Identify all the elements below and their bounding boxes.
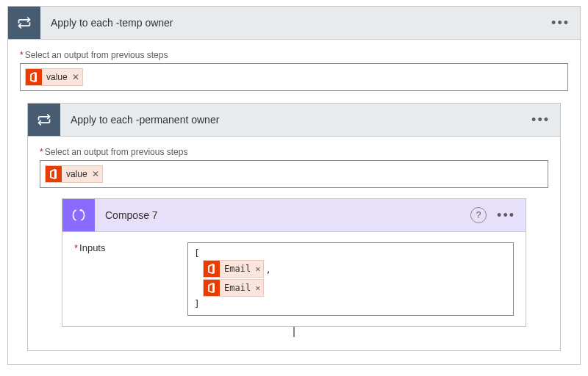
- token-label: Email: [224, 283, 251, 293]
- remove-token-icon[interactable]: ✕: [255, 264, 260, 274]
- office-icon: [204, 261, 220, 277]
- outer-body: Select an output from previous steps val…: [8, 40, 580, 364]
- loop-icon: [8, 7, 40, 39]
- office-icon: [204, 280, 220, 296]
- inputs-label: Inputs: [74, 242, 177, 316]
- apply-to-each-inner: Apply to each -permanent owner ••• Selec…: [27, 103, 561, 351]
- compose-menu-button[interactable]: •••: [494, 208, 518, 223]
- token-label: Email: [224, 264, 251, 274]
- token-label: value: [66, 169, 87, 179]
- inner-menu-button[interactable]: •••: [528, 112, 553, 128]
- outer-menu-button[interactable]: •••: [548, 15, 573, 31]
- compose-icon: [62, 199, 95, 231]
- email-token-1[interactable]: Email ✕: [203, 260, 264, 278]
- compose-header[interactable]: Compose 7 ? •••: [62, 199, 526, 232]
- inner-body: Select an output from previous steps val…: [28, 137, 560, 350]
- outer-header[interactable]: Apply to each -temp owner •••: [8, 7, 580, 40]
- office-icon: [26, 69, 42, 85]
- bracket-close: ]: [194, 298, 507, 309]
- inner-token[interactable]: value ✕: [45, 165, 103, 183]
- connector-line: [40, 327, 548, 337]
- compose-action: Compose 7 ? ••• Inputs [: [62, 198, 526, 327]
- apply-to-each-outer: Apply to each -temp owner ••• Select an …: [7, 6, 581, 365]
- compose-title: Compose 7: [95, 209, 470, 221]
- token-label: value: [46, 72, 68, 82]
- office-icon: [46, 166, 62, 182]
- inner-token-input[interactable]: value ✕: [40, 160, 548, 188]
- remove-token-icon[interactable]: ✕: [255, 283, 260, 293]
- inner-header[interactable]: Apply to each -permanent owner •••: [28, 104, 560, 137]
- email-token-2[interactable]: Email ✕: [203, 279, 264, 297]
- inputs-textarea[interactable]: [ Email ✕ ,: [187, 242, 514, 316]
- outer-select-label: Select an output from previous steps: [20, 50, 568, 60]
- remove-token-icon[interactable]: ✕: [92, 169, 99, 179]
- outer-token-input[interactable]: value ✕: [20, 63, 568, 91]
- inner-title: Apply to each -permanent owner: [60, 114, 528, 126]
- outer-title: Apply to each -temp owner: [40, 17, 548, 29]
- help-icon[interactable]: ?: [470, 207, 487, 223]
- comma: ,: [265, 264, 271, 275]
- loop-icon: [28, 104, 60, 136]
- inner-select-label: Select an output from previous steps: [40, 147, 548, 157]
- outer-token[interactable]: value ✕: [25, 68, 83, 86]
- bracket-open: [: [194, 247, 507, 258]
- remove-token-icon[interactable]: ✕: [72, 72, 79, 82]
- compose-body: Inputs [ Email ✕: [62, 232, 526, 326]
